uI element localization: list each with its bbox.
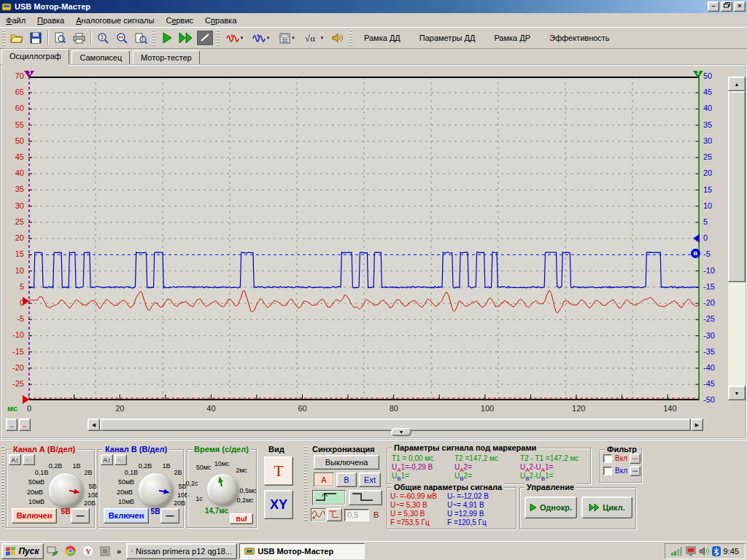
yandex-icon[interactable]: Y (81, 545, 94, 558)
minimize-button[interactable]: – (708, 1, 719, 12)
knob-label[interactable]: 0,2В (139, 462, 152, 470)
buffer-mode-button[interactable]: Buf (230, 513, 253, 524)
knob-label[interactable]: 50мВ (28, 478, 44, 486)
tab-1[interactable]: Самописец (71, 50, 130, 64)
menu-item-3[interactable]: Сервис (160, 15, 199, 26)
start-button[interactable]: Пуск (1, 543, 44, 559)
panel-grip[interactable] (304, 446, 307, 522)
restore-button[interactable] (721, 1, 732, 12)
filter-checkbox[interactable] (603, 454, 612, 463)
knob-label[interactable]: 0,2В (49, 462, 63, 470)
view-t-button[interactable]: T (264, 456, 293, 486)
marker-b-jump-button[interactable]: .. (6, 419, 18, 431)
sync-rising-edge-button[interactable] (312, 490, 346, 505)
volume-icon[interactable] (699, 547, 709, 556)
bluetooth-icon[interactable] (712, 546, 721, 556)
channel-a-gain-knob[interactable] (49, 473, 82, 507)
knob-label[interactable]: 0,1В (35, 469, 49, 476)
channel-a-offset-button[interactable]: — (71, 508, 90, 524)
quick-launch-overflow[interactable]: » (117, 547, 121, 556)
sync-mode-wave-button[interactable] (311, 508, 326, 521)
channel-a-zero-arrow[interactable] (23, 297, 29, 306)
task-button-motor-master[interactable]: USB Мотор-Мастер (239, 543, 365, 559)
channel-a-power-button[interactable]: Включен (12, 508, 57, 524)
filter-checkbox[interactable] (603, 467, 612, 475)
menu-item-2[interactable]: Аналоговые сигналы (70, 15, 160, 26)
math-functions-menu[interactable]: √α▼ (301, 30, 328, 47)
scroll-up-button[interactable]: ▲ (728, 77, 746, 91)
cycle-acquisition-button[interactable] (177, 30, 195, 47)
zoom-page-button[interactable] (132, 30, 150, 47)
knob-label[interactable]: 1В (72, 462, 80, 470)
toolbar-grip[interactable] (2, 30, 5, 46)
toolbar-grip[interactable] (152, 30, 155, 46)
channel-b-marker-badge[interactable]: B (691, 249, 700, 258)
menu-item-1[interactable]: Правка (31, 15, 70, 26)
menu-item-4[interactable]: Справка (199, 15, 242, 26)
effectiveness-button[interactable]: Эффективность (542, 31, 617, 45)
knob-label[interactable]: 0,1В (125, 469, 139, 476)
task-button-browser[interactable]: Nissan primera p12 qg18... (126, 543, 237, 559)
knob-label[interactable]: 0,5мс (239, 487, 256, 494)
knob-label[interactable]: 20В (84, 499, 96, 507)
channel-b-autoscale2-button[interactable]: A↕ (115, 454, 127, 465)
view-xy-button[interactable]: XY (264, 490, 293, 519)
channel-a-signal-menu[interactable]: ▼ (222, 30, 247, 47)
knob-label[interactable]: 1с (196, 495, 203, 502)
knob-label[interactable]: 0,2с (185, 480, 198, 487)
scope-plot[interactable] (28, 77, 700, 400)
close-button[interactable]: × (734, 1, 746, 12)
channel-b-zero-arrow[interactable] (693, 234, 700, 243)
channel-a-trigger-arrow[interactable] (23, 395, 29, 404)
channel-b-gain-knob[interactable] (139, 473, 172, 507)
save-button[interactable] (27, 30, 44, 47)
zoom-horizontal-button[interactable] (113, 30, 131, 47)
sound-button[interactable] (329, 30, 347, 47)
channel-b-autoscale-button[interactable]: A↕ (101, 454, 113, 465)
sync-level-input[interactable]: 0,5 (344, 509, 369, 521)
network-signal-icon[interactable] (671, 547, 683, 556)
knob-label[interactable]: 50мВ (118, 478, 134, 486)
knob-label[interactable]: 10мВ (118, 498, 134, 505)
single-run-button[interactable]: Однокр. (525, 497, 577, 518)
scroll-down-button[interactable]: ▼ (728, 386, 746, 400)
timebase-knob[interactable] (207, 474, 238, 505)
channel-a-autoscale-button[interactable]: A↕ (9, 454, 21, 465)
chrome-icon[interactable] (63, 545, 77, 558)
knob-label[interactable]: 10мВ (28, 498, 44, 505)
frame-dr-button[interactable]: Рамка ДР (487, 31, 538, 45)
sync-source-b-button[interactable]: В (336, 472, 357, 487)
zoom-vertical-button[interactable] (94, 30, 112, 47)
knob-label[interactable]: 20мВ (117, 489, 133, 496)
sync-falling-edge-button[interactable] (349, 490, 382, 505)
sync-source-ext-button[interactable]: Ext (359, 472, 381, 487)
open-file-button[interactable] (8, 30, 26, 47)
cycle-run-button[interactable]: Цикл. (581, 497, 632, 518)
scroll-left-button[interactable]: ◀ (88, 419, 100, 431)
filter-settings-button[interactable]: ... (630, 454, 640, 464)
toolbar-grip[interactable] (217, 30, 220, 46)
start-acquisition-button[interactable] (158, 30, 176, 47)
channel-a-autoscale2-button[interactable]: A↕ (23, 454, 35, 465)
tab-0[interactable]: Осциллограф (1, 49, 69, 64)
sync-source-a-button[interactable]: А (314, 472, 334, 487)
show-desktop-icon[interactable] (46, 545, 59, 558)
knob-label[interactable]: 2мс (236, 467, 247, 474)
display-settings-icon[interactable] (686, 546, 696, 556)
knob-label[interactable]: 20мВ (27, 489, 43, 496)
panel-grip[interactable] (1, 446, 4, 528)
channel-b-offset-button[interactable]: — (160, 508, 179, 524)
params-dd-button[interactable]: Параметры ДД (412, 31, 483, 45)
app-shortcut-icon[interactable] (98, 545, 112, 558)
vertical-scrollbar[interactable]: ▲ ▼ (728, 77, 746, 400)
scroll-right-button[interactable]: ▶ (691, 419, 703, 431)
frame-dd-button[interactable]: Рамка ДД (357, 31, 408, 45)
print-button[interactable] (70, 30, 88, 47)
sync-off-button[interactable]: Выключена (314, 455, 379, 470)
knob-label[interactable]: 20В (174, 499, 185, 507)
toolbar-grip[interactable] (349, 30, 352, 46)
knob-label[interactable]: 2В (84, 469, 92, 476)
print-preview-button[interactable] (51, 30, 69, 47)
menu-item-0[interactable]: Файл (0, 15, 31, 26)
knob-label[interactable]: 2В (174, 469, 182, 476)
